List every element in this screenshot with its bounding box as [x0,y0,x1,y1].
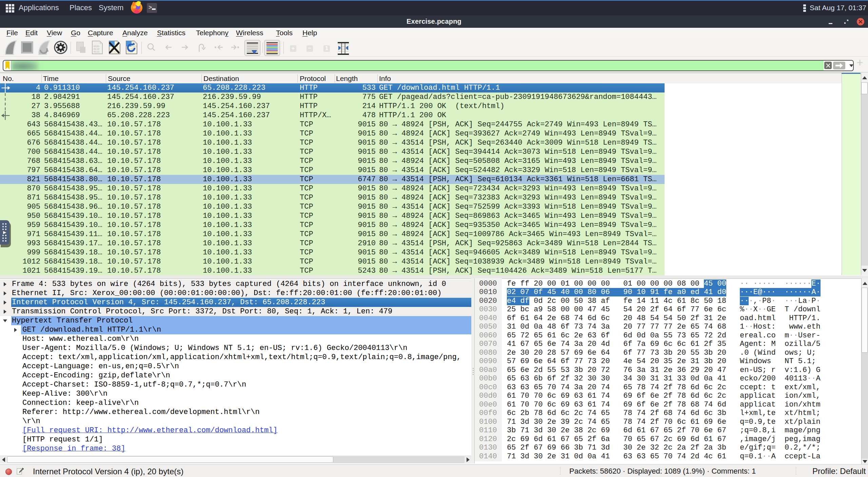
svg-text:0111: 0111 [94,50,99,53]
svg-text:0101: 0101 [94,45,99,48]
svg-text:101: 101 [132,45,137,48]
svg-text:0110: 0110 [94,48,99,50]
